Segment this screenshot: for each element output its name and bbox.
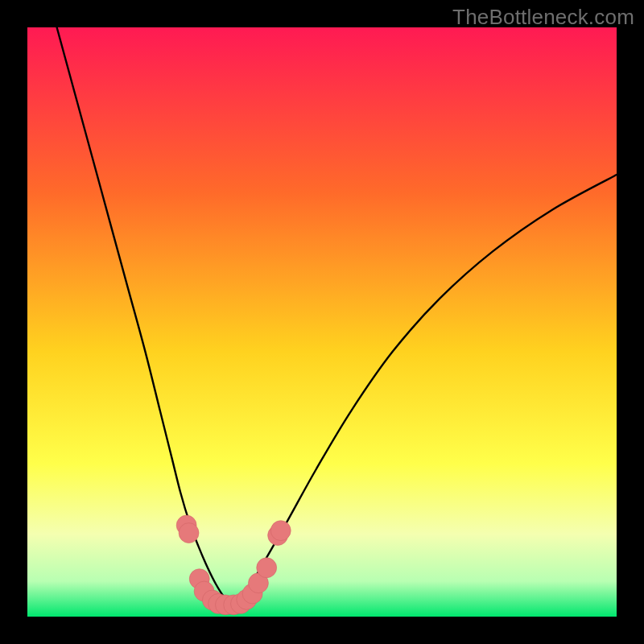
- chart-frame: TheBottleneck.com: [0, 0, 644, 644]
- bottleneck-curve: [27, 27, 617, 617]
- plot-area: [27, 27, 617, 617]
- data-marker: [179, 523, 199, 543]
- data-marker: [257, 558, 277, 578]
- watermark-text: TheBottleneck.com: [452, 5, 634, 30]
- data-marker: [270, 521, 291, 541]
